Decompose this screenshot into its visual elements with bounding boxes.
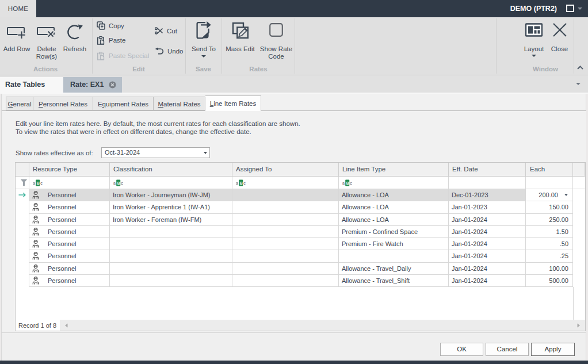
svg-text:a: a [236,181,238,185]
svg-text:a: a [33,181,35,185]
svg-text:B: B [346,181,349,185]
svg-text:c: c [121,181,123,185]
svg-text:B: B [117,181,120,185]
svg-text:B: B [240,181,243,185]
svg-text:c: c [243,181,246,185]
svg-text:a: a [342,181,345,185]
svg-text:c: c [40,181,43,185]
svg-text:B: B [37,181,40,185]
svg-text:c: c [350,181,352,185]
svg-text:a: a [113,181,116,185]
